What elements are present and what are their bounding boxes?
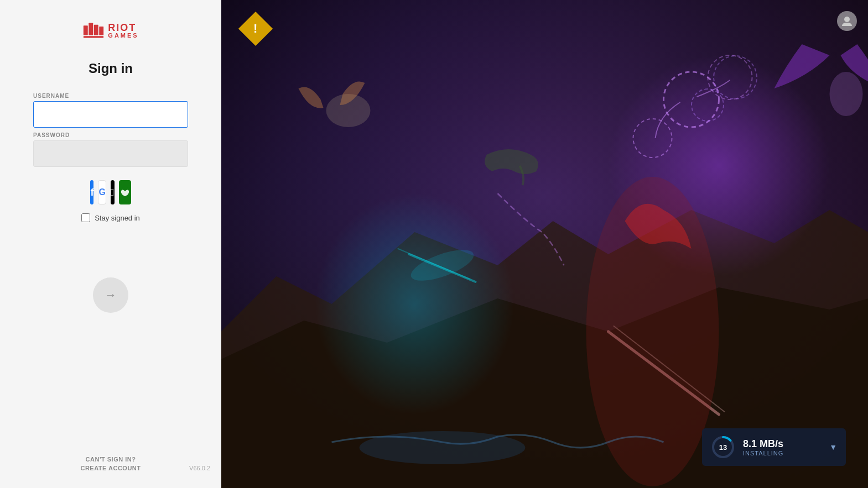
svg-rect-4 — [84, 36, 103, 38]
password-label: PASSWORD — [33, 132, 188, 138]
riot-wordmark: RIOT — [108, 23, 138, 33]
xbox-icon — [119, 186, 131, 198]
game-art-panel: 13 8.1 MB/s INSTALLING ▼ — [221, 0, 868, 488]
submit-button[interactable]: → — [93, 277, 128, 313]
logo-container: RIOT GAMES — [82, 22, 138, 39]
facebook-icon: f — [90, 187, 93, 198]
svg-point-7 — [315, 193, 514, 414]
apple-login-button[interactable]:  — [111, 180, 115, 204]
svg-point-16 — [360, 431, 526, 464]
riot-games-logo: RIOT GAMES — [82, 22, 138, 39]
version-label: V66.0.2 — [189, 465, 210, 471]
username-label: USERNAME — [33, 93, 188, 99]
create-account-link[interactable]: CREATE ACCOUNT — [80, 465, 141, 471]
riot-logo-text: RIOT GAMES — [108, 23, 138, 39]
facebook-login-button[interactable]: f — [90, 180, 93, 204]
password-input[interactable] — [33, 140, 188, 167]
svg-rect-3 — [100, 27, 104, 35]
download-progress-bar: 13 8.1 MB/s INSTALLING ▼ — [702, 428, 846, 466]
cant-sign-in-link[interactable]: CAN'T SIGN IN? — [86, 456, 136, 463]
svg-point-17 — [844, 17, 850, 22]
sign-in-title: Sign in — [89, 61, 133, 76]
arrow-right-icon: → — [105, 288, 117, 302]
svg-rect-0 — [84, 25, 88, 35]
password-group: PASSWORD — [33, 132, 188, 167]
stay-signed-in-row: Stay signed in — [81, 213, 140, 222]
apple-icon:  — [111, 187, 115, 198]
svg-point-14 — [830, 72, 863, 116]
progress-circle: 13 — [711, 435, 735, 459]
svg-rect-2 — [94, 25, 98, 35]
social-buttons-row: f G  — [90, 180, 131, 204]
xbox-login-button[interactable] — [119, 180, 131, 204]
username-input[interactable] — [33, 101, 188, 128]
stay-signed-in-label[interactable]: Stay signed in — [95, 214, 140, 222]
game-art-svg — [221, 0, 868, 488]
avatar-icon — [841, 15, 853, 27]
games-wordmark: GAMES — [108, 33, 138, 39]
riot-logo-icon — [82, 22, 105, 39]
download-status: INSTALLING — [743, 450, 822, 456]
progress-info: 8.1 MB/s INSTALLING — [743, 438, 822, 456]
bottom-links: CAN'T SIGN IN? CREATE ACCOUNT — [80, 456, 141, 471]
google-icon: G — [98, 187, 105, 197]
login-panel: RIOT GAMES Sign in USERNAME PASSWORD f G… — [0, 0, 221, 488]
progress-chevron-button[interactable]: ▼ — [829, 443, 837, 452]
download-speed: 8.1 MB/s — [743, 438, 822, 450]
stay-signed-in-checkbox[interactable] — [81, 213, 90, 222]
username-group: USERNAME — [33, 93, 188, 128]
progress-number: 13 — [719, 443, 727, 452]
user-avatar[interactable] — [837, 11, 857, 31]
login-form: USERNAME PASSWORD — [33, 93, 188, 171]
svg-rect-1 — [89, 23, 93, 35]
google-login-button[interactable]: G — [98, 180, 106, 204]
